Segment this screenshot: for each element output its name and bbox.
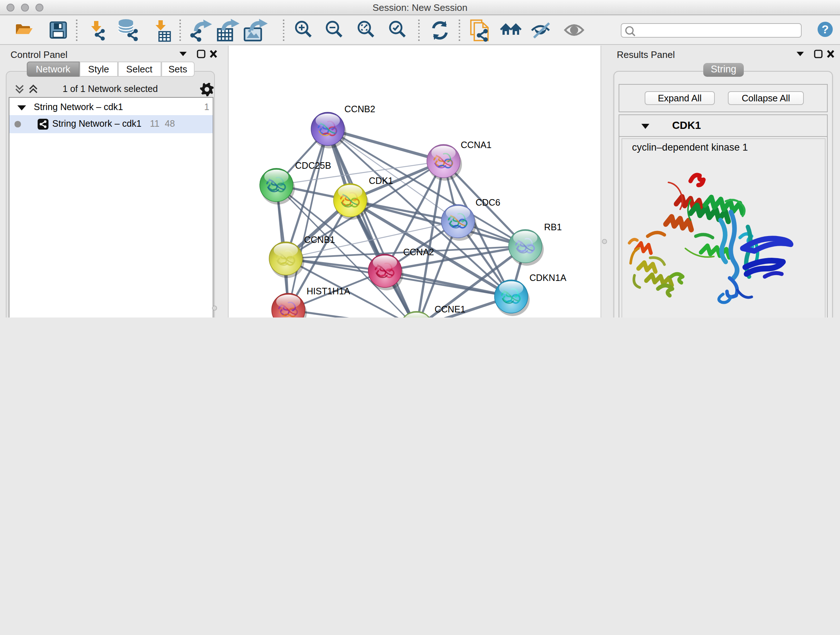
svg-text:HIST1H1A: HIST1H1A: [306, 286, 350, 296]
svg-text:CDK1: CDK1: [369, 176, 393, 186]
svg-text:CCNB2: CCNB2: [344, 104, 375, 114]
svg-text:CCNE1: CCNE1: [434, 304, 465, 314]
svg-text:CCNB1: CCNB1: [304, 234, 335, 245]
svg-text:CCNA2: CCNA2: [403, 247, 434, 257]
svg-text:?: ?: [821, 23, 829, 36]
svg-text:RB1: RB1: [544, 222, 562, 232]
svg-text:CDC25B: CDC25B: [295, 160, 331, 171]
svg-text:CDKN1A: CDKN1A: [529, 272, 566, 283]
svg-text:CDC6: CDC6: [475, 197, 500, 207]
svg-text:CCNA1: CCNA1: [461, 140, 491, 150]
